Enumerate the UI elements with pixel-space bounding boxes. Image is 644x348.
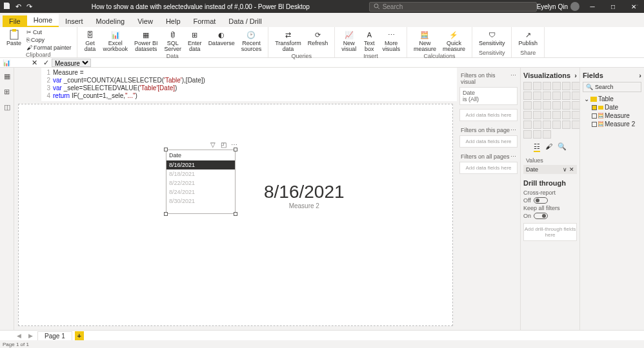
more-visuals-button[interactable]: ⋯More visuals [379,28,403,53]
page-next[interactable]: ▶ [26,333,35,339]
view-report-icon[interactable]: 📊 [3,59,28,66]
pbi-datasets-button[interactable]: ▦Power BI datasets [132,28,161,53]
expand-formula-icon[interactable]: ⌄ [635,1,641,8]
user-badge[interactable]: Eyelyn Qin [537,2,579,11]
filter-card-date[interactable]: Date is (All) [459,87,518,105]
viz-type-icon[interactable] [552,101,561,110]
add-drill-field[interactable]: Add drill-through fields here [523,223,577,241]
viz-type-icon[interactable] [562,101,570,110]
tab-help[interactable]: Help [159,15,187,27]
checkbox-icon[interactable] [592,105,597,110]
redo-icon[interactable]: ↷ [26,3,32,11]
add-page-button[interactable]: + [75,331,84,340]
undo-icon[interactable]: ↶ [15,3,21,11]
viz-type-icon[interactable] [543,121,551,129]
checkbox-icon[interactable] [592,113,597,119]
slicer-item[interactable]: 8/30/2021 [166,197,235,206]
viz-type-icon[interactable] [533,82,541,90]
cut-button[interactable]: ✂ Cut [25,28,73,36]
field-measure[interactable]: 🧮 Measure [583,111,641,120]
slicer-item[interactable]: 8/16/2021 [166,160,235,169]
formula-commit[interactable]: ✓ [40,59,52,67]
global-search[interactable]: Search [369,2,537,12]
formula-cancel[interactable]: ✕ [28,59,40,67]
dax-editor[interactable]: 1Measure = 2var _count=COUNTX(ALLSELECTE… [41,68,457,101]
viz-type-icon[interactable] [533,101,541,110]
tab-insert[interactable]: Insert [59,15,90,27]
excel-button[interactable]: 📊Excel workbook [101,28,131,53]
quick-measure-button[interactable]: ⚡Quick measure [440,28,468,53]
viz-type-icon[interactable] [543,111,551,119]
checkbox-icon[interactable] [592,122,597,127]
viz-gallery[interactable] [523,82,577,139]
model-view-icon[interactable]: ◫ [3,102,12,111]
enter-data-button[interactable]: ⊞Enter data [185,28,205,53]
tab-file[interactable]: File [3,15,27,27]
new-measure-button[interactable]: 🧮New measure [411,28,439,53]
dataverse-button[interactable]: ◐Dataverse [206,28,237,47]
fields-well-icon[interactable]: ☷ [534,142,540,152]
analytics-well-icon[interactable]: 🔍 [558,142,567,152]
resize-handle[interactable] [234,212,237,216]
slicer-item[interactable]: 8/18/2021 [166,169,235,179]
add-all-filter[interactable]: Add data fields here [459,162,518,174]
format-well-icon[interactable]: 🖌 [545,142,552,152]
sensitivity-button[interactable]: 🛡Sensitivity [476,28,508,47]
viz-type-icon[interactable] [533,111,541,119]
field-date[interactable]: Date [583,103,641,111]
save-icon[interactable] [3,2,10,11]
viz-type-icon[interactable] [562,121,570,129]
copy-button[interactable]: ⎘ Copy [25,36,73,44]
viz-type-icon[interactable] [523,111,532,119]
cross-report-toggle[interactable] [534,197,548,204]
resize-handle[interactable] [164,212,168,216]
viz-type-icon[interactable] [523,130,532,139]
new-visual-button[interactable]: 📈New visual [339,28,359,53]
viz-type-icon[interactable] [533,121,541,129]
page-prev[interactable]: ◀ [14,333,23,339]
viz-type-icon[interactable] [523,92,532,100]
add-page-filter[interactable]: Add data fields here [459,135,518,148]
recent-sources-button[interactable]: 🕑Recent sources [239,28,265,53]
tab-data-drill[interactable]: Data / Drill [222,15,268,27]
viz-type-icon[interactable] [562,111,570,119]
tab-view[interactable]: View [131,15,159,27]
report-view-icon[interactable]: ▦ [3,72,12,81]
text-box-button[interactable]: AText box [360,28,378,53]
format-painter-button[interactable]: 🖌 Format painter [25,44,73,52]
viz-type-icon[interactable] [543,130,551,139]
tab-format[interactable]: Format [187,15,223,27]
tab-modeling[interactable]: Modeling [90,15,132,27]
slicer-focus-icon[interactable]: ◰ [221,141,227,148]
refresh-button[interactable]: ⟳Refresh [305,28,331,47]
viz-type-icon[interactable] [552,121,561,129]
viz-type-icon[interactable] [552,92,561,100]
fields-search[interactable]: 🔍 Search [583,82,641,92]
date-slicer[interactable]: ▽ ◰ ⋯ Date 8/16/2021 8/18/2021 8/22/2021… [166,150,236,214]
resize-handle[interactable] [164,148,168,151]
publish-button[interactable]: ↗Publish [516,28,540,47]
keep-filters-toggle[interactable] [534,213,548,219]
slicer-filter-icon[interactable]: ▽ [210,141,217,148]
slicer-item[interactable]: 8/24/2021 [166,188,235,197]
table-node[interactable]: ⌄ Table [583,95,641,103]
viz-type-icon[interactable] [552,82,561,90]
value-field-date[interactable]: Date∨ ✕ [523,165,577,174]
viz-type-icon[interactable] [543,82,551,90]
viz-type-icon[interactable] [562,82,570,90]
page-tab-1[interactable]: Page 1 [37,331,72,340]
get-data-button[interactable]: 🗄Get data [81,28,99,53]
viz-type-icon[interactable] [533,130,541,139]
card-visual[interactable]: 8/16/2021 Measure 2 [264,182,345,209]
paste-button[interactable]: Paste [4,28,24,47]
viz-type-icon[interactable] [523,121,532,129]
viz-type-icon[interactable] [523,82,532,90]
transform-data-button[interactable]: ⇄Transform data [272,28,304,53]
viz-type-icon[interactable] [523,101,532,110]
viz-type-icon[interactable] [543,92,551,100]
minimize-button[interactable]: ─ [585,0,600,13]
add-visual-filter[interactable]: Add data fields here [459,109,518,121]
slicer-more-icon[interactable]: ⋯ [231,141,237,148]
viz-type-icon[interactable] [533,92,541,100]
sql-button[interactable]: 🛢SQL Server [162,28,185,53]
